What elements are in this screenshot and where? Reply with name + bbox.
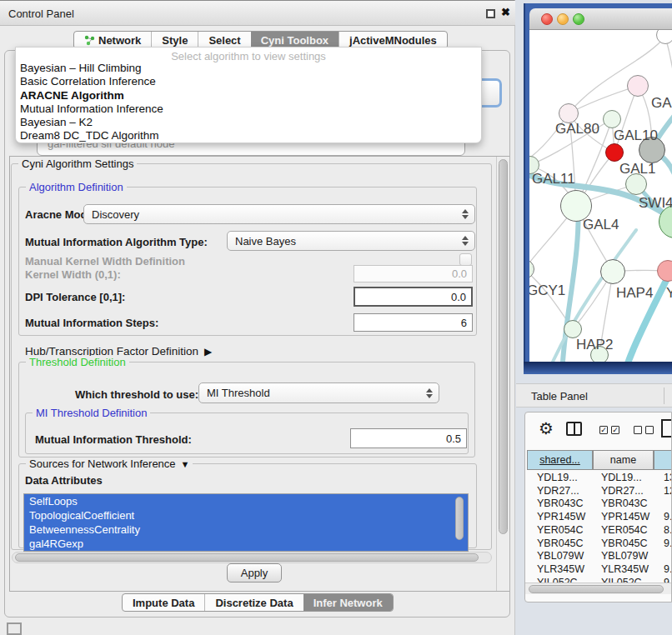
mi-steps-field[interactable]: 6: [354, 313, 473, 332]
table-row[interactable]: YBR045CYBR045C9.: [527, 538, 672, 551]
algorithm-option[interactable]: Bayesian – K2: [16, 116, 481, 129]
table-row[interactable]: YBL079WYBL079W: [527, 550, 672, 563]
cell: YBR043C: [593, 498, 654, 511]
list-item[interactable]: SelfLoops: [24, 494, 468, 508]
mi-threshold-value: 0.5: [446, 432, 461, 445]
node-label: GCY1: [529, 282, 565, 299]
algorithm-option[interactable]: Mutual Information Inference: [16, 102, 481, 116]
table-row[interactable]: YLR345WYLR345W9.: [527, 563, 672, 577]
network-node[interactable]: [627, 75, 649, 97]
settings-vscrollbar-thumb[interactable]: [499, 159, 508, 534]
table-hscrollbar-track[interactable]: [525, 582, 672, 594]
list-item[interactable]: TopologicalCoefficient: [24, 508, 468, 522]
list-item[interactable]: gal4RGexp: [24, 537, 468, 551]
table-row[interactable]: YDR27...YDR27...12: [527, 485, 672, 498]
control-panel-title: Control Panel: [8, 8, 74, 20]
gear-icon[interactable]: ⚙: [539, 418, 554, 438]
kernel-width-field[interactable]: 0.0: [354, 265, 473, 282]
float-window-icon[interactable]: [486, 9, 495, 18]
table-header-shared[interactable]: shared...: [527, 450, 593, 470]
sources-group-title-row[interactable]: Sources for Network Inference ▼: [26, 458, 193, 470]
node-label: GAL10: [614, 128, 658, 144]
algorithm-option[interactable]: Dream8 DC_TDC Algorithm: [16, 129, 481, 142]
split-view-icon[interactable]: [566, 422, 582, 436]
unchecked-boxes-icon[interactable]: [634, 426, 654, 434]
checkbox-empty: [634, 426, 642, 434]
table-row[interactable]: YER054CYER054C8.: [527, 524, 672, 538]
tab-jactivemnodules-label: jActiveMNodules: [349, 34, 437, 47]
algorithm-definition-title: Algorithm Definition: [26, 181, 127, 193]
cell: YDR27...: [527, 485, 593, 498]
network-canvas[interactable]: GAL GAL80 GAL10 GAL1 GAL11 SWI4 GAL4 GCY…: [529, 30, 672, 362]
checkbox-checked: ✓: [611, 426, 619, 434]
tab-discretize-data[interactable]: Discretize Data: [204, 594, 303, 611]
mi-type-label: Mutual Information Algorithm Type:: [25, 236, 208, 248]
settings-hscrollbar-thumb[interactable]: [15, 553, 479, 562]
network-node-selected[interactable]: [605, 143, 624, 162]
mi-threshold-label: Mutual Information Threshold:: [35, 433, 192, 446]
bottom-tabbar: Impute Data Discretize Data Infer Networ…: [122, 593, 394, 612]
threshold-definition-title: Threshold Definition: [26, 356, 129, 368]
list-item[interactable]: BetweennessCentrality: [24, 522, 468, 537]
table-header-name[interactable]: name: [593, 450, 654, 470]
algorithm-option-selected[interactable]: ARACNE Algorithm: [16, 89, 481, 102]
tab-impute-data[interactable]: Impute Data: [123, 594, 204, 611]
node-label: HAP2: [576, 337, 613, 353]
algorithm-dropdown-popup: Select algorithm to view settings Bayesi…: [15, 47, 482, 143]
page-icon[interactable]: [661, 419, 672, 438]
screen: Control Panel ✖ Network Style Select Cyn…: [0, 0, 672, 635]
cell: YPR145W: [593, 511, 654, 524]
tab-network[interactable]: Network: [74, 32, 151, 48]
mini-button[interactable]: [7, 622, 22, 635]
close-icon[interactable]: ✖: [501, 6, 510, 18]
network-node[interactable]: [564, 320, 582, 338]
split-view-divider: [574, 423, 575, 434]
dpi-tolerance-value: 0.0: [451, 291, 466, 303]
node-label: Y: [666, 285, 672, 302]
cell: [654, 498, 672, 511]
tab-select[interactable]: Select: [198, 32, 250, 48]
tab-style[interactable]: Style: [151, 32, 198, 48]
kernel-width-label: Kernel Width (0,1):: [25, 268, 121, 281]
tab-discretize-data-label: Discretize Data: [215, 597, 293, 609]
settings-hscrollbar-track[interactable]: [12, 552, 492, 563]
window-minimize-button[interactable]: [557, 13, 569, 25]
which-threshold-combo[interactable]: MI Threshold: [198, 382, 439, 403]
table-panel-titlebar[interactable]: Table Panel: [516, 383, 672, 408]
tab-cyni-toolbox-label: Cyni Toolbox: [261, 34, 328, 47]
mi-threshold-field[interactable]: 0.5: [350, 428, 467, 448]
table-panel-body: ⚙ ✓✓ shared... name YDL19...YDL19...13 Y…: [524, 412, 672, 602]
table-header-partial[interactable]: [654, 450, 672, 470]
checkbox-empty: [645, 426, 654, 434]
manual-kernel-checkbox[interactable]: [459, 253, 472, 266]
chevron-down-icon: ▼: [181, 459, 190, 469]
combo-stepper-icon: [426, 388, 433, 398]
aracne-mode-combo[interactable]: Discovery: [83, 204, 475, 224]
list-vertical-scrollbar[interactable]: [455, 497, 464, 540]
control-panel-titlebar[interactable]: Control Panel ✖: [0, 1, 515, 26]
table-row[interactable]: YDL19...YDL19...13: [527, 472, 672, 485]
checked-boxes-icon[interactable]: ✓✓: [599, 426, 619, 434]
network-node[interactable]: [600, 259, 625, 284]
tab-cyni-toolbox[interactable]: Cyni Toolbox: [251, 32, 339, 48]
network-view-window[interactable]: GAL GAL80 GAL10 GAL1 GAL11 SWI4 GAL4 GCY…: [524, 3, 672, 374]
table-hscrollbar-thumb[interactable]: [529, 585, 664, 593]
table-row[interactable]: YPR145WYPR145W9.: [527, 511, 672, 524]
apply-button[interactable]: Apply: [227, 563, 282, 582]
table-row[interactable]: YBR043CYBR043C: [527, 498, 672, 511]
dpi-tolerance-field[interactable]: 0.0: [354, 287, 473, 307]
window-zoom-button[interactable]: [573, 13, 584, 25]
tab-infer-network[interactable]: Infer Network: [303, 594, 393, 611]
tab-jactivemnodules[interactable]: jActiveMNodules: [339, 32, 447, 48]
algorithm-option[interactable]: Bayesian – Hill Climbing: [16, 62, 481, 75]
cell: YLR345W: [527, 563, 593, 577]
mi-type-combo[interactable]: Naive Bayes: [227, 231, 475, 251]
network-window-titlebar[interactable]: [529, 8, 672, 30]
settings-vscrollbar-track[interactable]: [496, 157, 509, 591]
window-close-button[interactable]: [541, 13, 553, 25]
mi-type-value: Naive Bayes: [235, 235, 296, 248]
network-node[interactable]: [603, 110, 621, 128]
algorithm-option[interactable]: Basic Correlation Inference: [16, 75, 481, 88]
data-attributes-list[interactable]: SelfLoops TopologicalCoefficient Between…: [23, 493, 469, 552]
mi-steps-label: Mutual Information Steps:: [25, 317, 158, 329]
